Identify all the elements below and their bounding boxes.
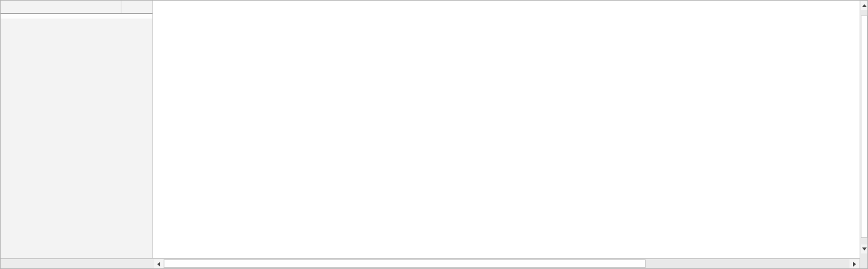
time-axis[interactable]: [153, 1, 860, 14]
scroll-up-button[interactable]: [861, 1, 868, 10]
scroll-up-icon: [862, 4, 867, 7]
timeline-canvas[interactable]: [153, 1, 860, 258]
horizontal-scrollbar[interactable]: [153, 258, 860, 268]
profiler-window: [0, 0, 868, 269]
scroll-down-button[interactable]: [861, 244, 868, 253]
filter-dropdown[interactable]: [1, 1, 121, 13]
thread-sidebar: [1, 1, 153, 258]
scroll-left-icon: [157, 262, 160, 267]
sidebar-spacer: [1, 14, 152, 19]
scroll-right-button[interactable]: [849, 259, 859, 268]
vertical-scrollbar[interactable]: [860, 1, 868, 268]
scroll-right-icon: [853, 262, 856, 267]
scroll-left-button[interactable]: [154, 259, 163, 268]
scroll-down-icon: [862, 247, 867, 250]
vertical-scroll-thumb[interactable]: [861, 16, 867, 238]
scrollbar-corner: [1, 258, 153, 268]
horizontal-scroll-thumb[interactable]: [164, 259, 646, 268]
sidebar-header: [1, 1, 152, 14]
